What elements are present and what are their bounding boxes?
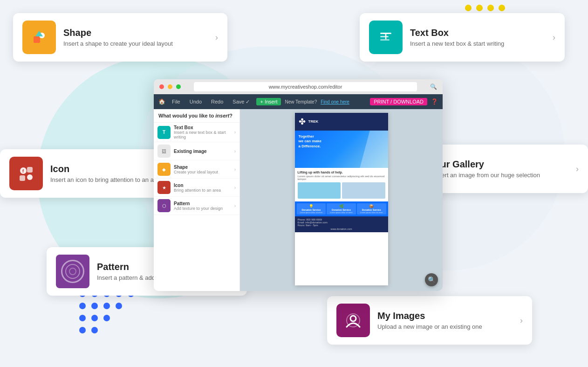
sidebar-icon-desc: Bring attention to an area <box>174 188 231 193</box>
sidebar-textbox-name: Text Box <box>174 125 231 130</box>
svg-point-13 <box>27 174 33 180</box>
flyer-image-1 <box>298 182 341 199</box>
sidebar-shape-text: Shape Create your ideal layout <box>174 165 231 174</box>
sidebar-item-textbox[interactable]: T Text Box Insert a new text box & start… <box>154 123 239 142</box>
shape-icon <box>22 21 56 54</box>
flyer-header: ✤ TREK <box>295 113 388 131</box>
flyer-headline: Togetherwe can makea Difference. <box>299 134 321 149</box>
undo-button[interactable]: Undo <box>187 98 205 105</box>
sidebar-shape-arrow: › <box>234 167 236 172</box>
sidebar-shape-name: Shape <box>174 165 231 170</box>
new-template-text: New Template? <box>285 99 317 104</box>
sidebar-textbox-desc: Insert a new text box & start writing <box>174 130 231 139</box>
sidebar-pattern-arrow: › <box>234 203 236 208</box>
editor-content: What would you like to insert? T Text Bo… <box>154 109 443 291</box>
sidebar-icon-text: Icon Bring attention to an area <box>174 183 231 193</box>
service-3-icon: 📦 <box>358 204 385 208</box>
sidebar-shape-desc: Create your ideal layout <box>174 170 231 174</box>
svg-rect-11 <box>27 167 33 173</box>
flyer-brand: TREK <box>308 120 319 124</box>
myimages-card[interactable]: My Images Upload a new image or an exist… <box>327 296 532 345</box>
svg-rect-15 <box>343 310 363 331</box>
flyer-diagonal <box>360 131 388 168</box>
browser-minimize-dot <box>168 84 172 89</box>
browser-chrome: www.mycreativeshop.com/editor 🔍 <box>154 79 443 94</box>
service-1-desc: Lorem ipsum dolor sit amet <box>298 211 325 214</box>
myimages-description: Upload a new image or an existing one <box>377 323 509 330</box>
sidebar-existing-arrow: › <box>234 149 236 154</box>
textbox-card[interactable]: T Text Box Insert a new text box & start… <box>360 13 565 62</box>
redo-button[interactable]: Redo <box>208 98 226 105</box>
flyer-website: www.donation.com <box>298 228 385 230</box>
sidebar-textbox-icon: T <box>157 126 171 139</box>
sidebar-icon-name: Icon <box>174 183 231 188</box>
myimages-icon <box>336 304 370 337</box>
flyer-service-3: 📦 Donation Service Lorem ipsum dolor sit… <box>357 203 386 215</box>
flyer-middle: Lifting up with hands of help. Lorem ips… <box>295 168 388 201</box>
svg-rect-1 <box>34 36 40 43</box>
gallery-card-text: Our Gallery Insert an image from our hug… <box>433 159 565 179</box>
browser-search-icon: 🔍 <box>430 83 437 90</box>
textbox-card-text: Text Box Insert a new text box & start w… <box>410 28 541 47</box>
flyer-services: 💡 Donation Service Lorem ipsum dolor sit… <box>295 201 388 216</box>
insert-button[interactable]: + Insert <box>256 98 281 105</box>
gallery-title: Our Gallery <box>433 159 565 170</box>
print-download-button[interactable]: PRINT / DOWNLOAD <box>370 98 427 105</box>
sidebar-pattern-text: Pattern Add texture to your design <box>174 201 231 211</box>
sidebar-textbox-arrow: › <box>234 130 236 135</box>
flyer-service-2: 🌿 Donation Service Lorem ipsum dolor sit… <box>327 203 356 215</box>
shape-card-text: Shape Insert a shape to create your idea… <box>63 28 204 47</box>
home-icon: 🏠 <box>158 98 165 105</box>
icon-card-icon: f <box>9 157 43 190</box>
sidebar-item-shape[interactable]: ◆ Shape Create your ideal layout › <box>154 160 239 179</box>
flyer-images <box>298 182 385 199</box>
service-2-desc: Lorem ipsum dolor sit amet <box>328 211 355 214</box>
insert-sidebar: What would you like to insert? T Text Bo… <box>154 109 240 291</box>
browser-url-text: www.mycreativeshop.com/editor <box>269 84 342 90</box>
flyer-footer: Phone: 800 999 8909 Email: info@donation… <box>295 216 388 232</box>
find-one-link[interactable]: Find one here <box>321 99 349 104</box>
sidebar-shape-icon: ◆ <box>157 163 171 176</box>
sidebar-pattern-icon: ⬡ <box>157 199 171 212</box>
shape-card[interactable]: Shape Insert a shape to create your idea… <box>13 13 227 62</box>
flyer-service-1: 💡 Donation Service Lorem ipsum dolor sit… <box>297 203 326 215</box>
textbox-title: Text Box <box>410 28 541 38</box>
flyer-hours: Hours: 9am - 5pm <box>298 224 385 227</box>
browser-close-dot <box>159 84 164 89</box>
browser-url-bar[interactable]: www.mycreativeshop.com/editor <box>194 82 417 91</box>
sidebar-item-pattern[interactable]: ⬡ Pattern Add texture to your design › <box>154 197 239 215</box>
editor-toolbar: 🏠 File Undo Redo Save ✓ + Insert New Tem… <box>154 94 443 109</box>
gallery-chevron: › <box>576 164 579 174</box>
flyer-subtitle: Lifting up with hands of help. <box>298 171 385 174</box>
sidebar-pattern-name: Pattern <box>174 201 231 206</box>
shape-description: Insert a shape to create your ideal layo… <box>63 40 204 47</box>
sidebar-existing-name: Existing image <box>174 149 231 154</box>
sidebar-textbox-text: Text Box Insert a new text box & start w… <box>174 125 231 139</box>
myimages-chevron: › <box>520 316 523 325</box>
sidebar-item-existing[interactable]: 🖼 Existing image › <box>154 142 239 160</box>
flyer-logo-icon: ✤ <box>299 117 306 127</box>
sidebar-icon-icon: ★ <box>157 181 171 194</box>
shape-chevron: › <box>215 33 218 42</box>
service-3-desc: Lorem ipsum dolor sit amet <box>358 211 385 214</box>
myimages-title: My Images <box>377 311 509 321</box>
zoom-button[interactable]: 🔍 <box>425 273 438 286</box>
save-button[interactable]: Save ✓ <box>230 98 253 106</box>
browser-maximize-dot <box>176 84 181 89</box>
textbox-description: Insert a new text box & start writing <box>410 40 541 47</box>
shape-title: Shape <box>63 28 204 38</box>
sidebar-pattern-desc: Add texture to your design <box>174 206 231 211</box>
service-2-icon: 🌿 <box>328 204 355 208</box>
canvas-flyer: ✤ TREK Togetherwe can makea Difference. … <box>295 113 388 285</box>
browser-mockup: www.mycreativeshop.com/editor 🔍 🏠 File U… <box>154 79 443 291</box>
zoom-icon: 🔍 <box>428 276 436 284</box>
gallery-description: Insert an image from our huge selection <box>433 172 565 179</box>
file-button[interactable]: File <box>169 98 183 105</box>
sidebar-existing-text: Existing image <box>174 149 231 154</box>
textbox-icon: T <box>369 21 403 54</box>
svg-text:T: T <box>383 32 389 41</box>
svg-rect-9 <box>16 163 36 184</box>
sidebar-existing-icon: 🖼 <box>157 145 171 158</box>
sidebar-item-icon[interactable]: ★ Icon Bring attention to an area › <box>154 179 239 197</box>
service-1-icon: 💡 <box>298 204 325 208</box>
